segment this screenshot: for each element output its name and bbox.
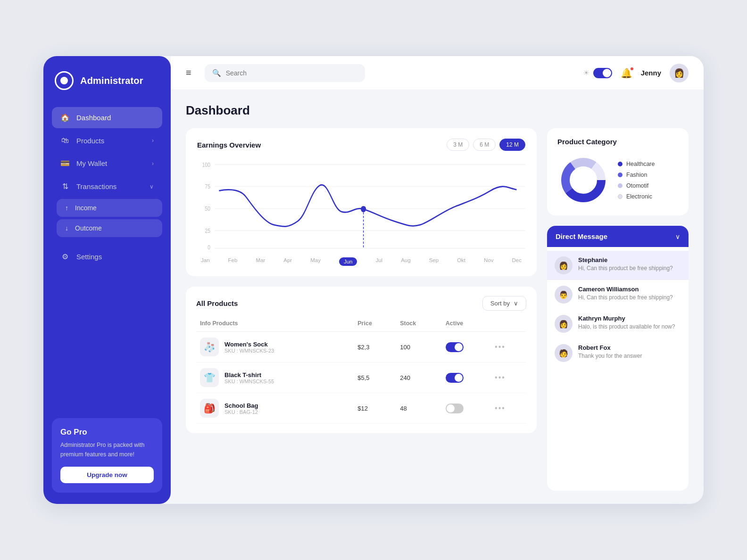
sidebar-item-transactions[interactable]: ⇅ Transactions ∨ [52,176,162,197]
sidebar-item-income[interactable]: ↑ Income [57,199,162,217]
search-icon: 🔍 [212,69,221,77]
product-active-cell [442,362,491,393]
product-name: Women's Sock [224,341,274,348]
product-name: Black T-shirt [224,371,274,379]
filter-6m[interactable]: 6 M [473,139,496,151]
svg-text:75: 75 [205,183,210,189]
dm-list: 👩 Stephanie Hi, Can this product be free… [547,247,689,371]
earnings-svg: 100 75 50 25 0 [197,159,525,254]
go-pro-box: Go Pro Administrator Pro is packed with … [52,418,162,493]
svg-text:100: 100 [202,162,210,168]
filter-12m[interactable]: 12 M [499,139,525,151]
settings-icon: ⚙ [60,252,70,261]
sidebar-item-settings-label: Settings [76,253,102,261]
toggle-thumb [603,69,611,77]
product-actions: ••• [491,362,526,393]
col-stock: Stock [396,317,442,332]
product-more-button[interactable]: ••• [495,404,506,412]
dm-title: Direct Message [556,232,607,240]
month-nov: Nov [484,257,493,266]
product-info-cell: 🎒 School Bag SKU : BAG-12 [196,393,354,424]
table-row: 🎒 School Bag SKU : BAG-12 $12 48 ••• [196,393,526,424]
left-column: Earnings Overview 3 M 6 M 12 M [186,128,537,491]
notification-badge [630,66,634,71]
main-content: ≡ 🔍 ☀ 🔔 Jenny 👩 [171,56,704,504]
donut-chart-area: Healthcare Fashion Otomotif [557,154,678,206]
month-mar: Mar [256,257,265,266]
transactions-icon: ⇅ [60,182,70,191]
dm-avatar: 👩 [555,256,573,274]
transactions-chevron: ∨ [149,183,154,190]
page-title: Dashboard [186,103,689,118]
sort-chevron-icon: ∨ [514,300,518,307]
sidebar-item-outcome[interactable]: ↓ Outcome [57,219,162,237]
product-active-toggle[interactable] [446,342,464,352]
product-info-cell: 👕 Black T-shirt SKU : WMNSCKS-55 [196,362,354,393]
user-avatar[interactable]: 👩 [670,64,689,82]
sort-button[interactable]: Sort by ∨ [482,296,526,311]
product-more-button[interactable]: ••• [495,343,506,351]
dm-message-text: Hi, Can this product be free shipping? [578,294,681,301]
upgrade-button[interactable]: Upgrade now [60,467,154,483]
go-pro-description: Administrator Pro is packed with premium… [60,441,154,459]
product-text: Women's Sock SKU : WMNSCKS-23 [224,341,274,354]
dm-item[interactable]: 👩 Stephanie Hi, Can this product be free… [547,251,689,280]
category-title: Product Category [557,138,678,146]
sidebar-item-products[interactable]: 🛍 Products › [52,130,162,151]
col-actions [491,317,526,332]
sidebar-item-products-label: Products [76,137,104,145]
month-jun[interactable]: Jun [339,257,357,266]
fashion-label: Fashion [626,172,647,178]
chart-months: Jan Feb Mar Apr May Jun Jul Aug Sep Okt … [197,254,525,266]
direct-message-card: Direct Message ∨ 👩 Stephanie Hi, Can thi… [547,226,689,491]
dm-avatar: 🧑 [555,344,573,362]
product-actions: ••• [491,332,526,362]
product-active-toggle[interactable] [446,404,464,413]
chart-title: Earnings Overview [197,141,261,149]
dm-message-content: Robert Fox Thank you for the answer [578,344,681,359]
notification-button[interactable]: 🔔 [621,67,632,79]
month-dec: Dec [512,257,522,266]
product-price: $5,5 [354,362,396,393]
sidebar-item-wallet[interactable]: 💳 My Wallet › [52,153,162,174]
dark-mode-toggle[interactable] [593,68,612,78]
product-stock: 240 [396,362,442,393]
logo-area: Administrator [52,71,162,90]
chart-header: Earnings Overview 3 M 6 M 12 M [197,139,525,151]
table-header-row: Info Products Price Stock Active [196,317,526,332]
month-may: May [310,257,321,266]
dm-sender-name: Kathryn Murphy [578,315,681,322]
hamburger-icon[interactable]: ≡ [186,67,191,78]
product-more-button[interactable]: ••• [495,373,506,381]
page-content: Dashboard Earnings Overview 3 M 6 M 12 M [171,90,704,504]
search-input[interactable] [226,69,357,77]
sidebar-item-dashboard[interactable]: 🏠 Dashboard [52,107,162,128]
col-info: Info Products [196,317,354,332]
product-sku: SKU : WMNSCKS-55 [224,379,274,384]
product-thumbnail: 👕 [200,368,219,387]
wallet-icon: 💳 [60,159,70,168]
table-row: 👕 Black T-shirt SKU : WMNSCKS-55 $5,5 24… [196,362,526,393]
table-row: 🧦 Women's Sock SKU : WMNSCKS-23 $2,3 100… [196,332,526,362]
products-arrow: › [152,137,154,144]
month-aug: Aug [401,257,410,266]
dm-chevron-icon[interactable]: ∨ [675,233,680,240]
dm-item[interactable]: 👨 Cameron Williamson Hi, Can this produc… [547,280,689,309]
chart-active-point [361,206,366,212]
dm-item[interactable]: 👩 Kathryn Murphy Halo, is this product a… [547,309,689,338]
product-price: $2,3 [354,332,396,362]
fashion-dot [618,173,622,177]
products-icon: 🛍 [60,136,70,145]
filter-3m[interactable]: 3 M [447,139,469,151]
product-info-cell: 🧦 Women's Sock SKU : WMNSCKS-23 [196,332,354,362]
sidebar-title: Administrator [80,75,143,86]
product-active-toggle[interactable] [446,373,464,383]
otomotif-dot [618,183,622,188]
sidebar-item-settings[interactable]: ⚙ Settings [52,246,162,267]
product-stock: 100 [396,332,442,362]
sidebar-item-outcome-label: Outcome [75,224,102,232]
dm-item[interactable]: 🧑 Robert Fox Thank you for the answer [547,338,689,368]
electronic-label: Electronic [626,193,652,200]
dm-sender-name: Stephanie [578,256,681,264]
products-card: All Products Sort by ∨ Info Products Pri… [186,287,537,433]
